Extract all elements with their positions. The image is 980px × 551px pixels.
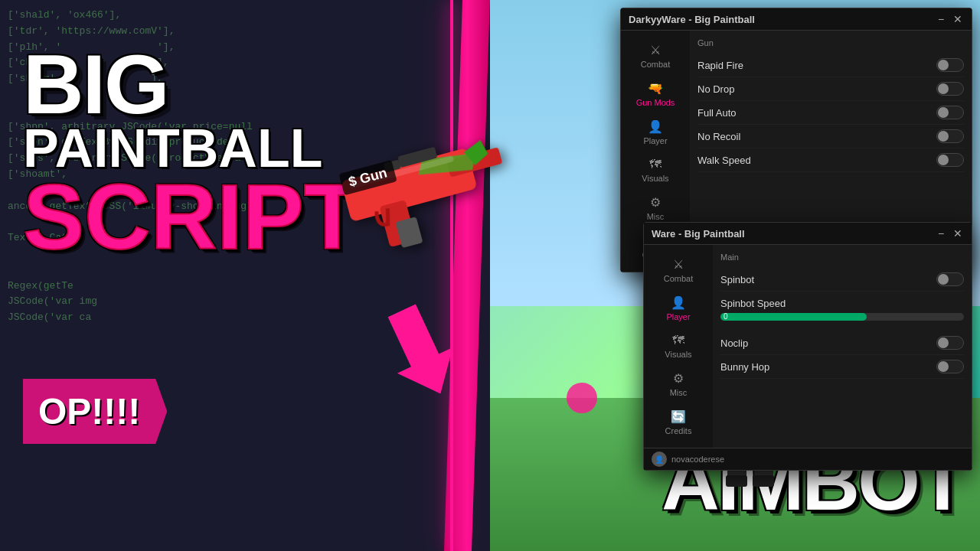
sidebar2-item-misc[interactable]: ⚙ Misc: [644, 365, 713, 403]
combat2-icon: ⚔: [673, 257, 684, 272]
window-1-title: DarkyyWare - Big Paintball: [629, 14, 755, 25]
title-big: BIG: [23, 46, 360, 122]
sidebar2-item-visuals[interactable]: 🗺 Visuals: [644, 328, 713, 365]
slider-value: 0: [724, 312, 728, 321]
walk-speed-label: Walk Speed: [697, 155, 751, 166]
divider-line: [450, 0, 453, 551]
spinbot-speed-slider[interactable]: 0: [720, 313, 964, 321]
toggle-rapid-fire: Rapid Fire: [697, 54, 964, 77]
window-2-sidebar: ⚔ Combat 👤 Player 🗺 Visuals ⚙ Misc 🔄 Cre…: [644, 245, 713, 448]
close-button[interactable]: ✕: [952, 13, 964, 25]
sidebar-combat-label: Combat: [641, 60, 671, 69]
combat-icon: ⚔: [650, 43, 661, 57]
bunny-hop-toggle[interactable]: [936, 360, 964, 373]
rapid-fire-toggle[interactable]: [936, 58, 964, 72]
no-recoil-toggle[interactable]: [936, 129, 964, 143]
op-badge-inner: OP!!!!: [23, 379, 167, 444]
sidebar-player-label: Player: [643, 136, 667, 145]
window-1-section: Gun: [697, 38, 964, 47]
gunmods-icon: 🔫: [648, 81, 663, 96]
minimize-button-2[interactable]: −: [935, 227, 947, 240]
toggle-full-auto: Full Auto: [697, 101, 964, 125]
spinbot-speed-label: Spinbot Speed: [720, 298, 786, 309]
window-1-controls[interactable]: − ✕: [935, 13, 964, 25]
window-1-titlebar: DarkyyWare - Big Paintball − ✕: [621, 8, 972, 31]
misc2-icon: ⚙: [673, 371, 684, 386]
sidebar-item-combat[interactable]: ⚔ Combat: [621, 37, 690, 75]
misc-icon: ⚙: [650, 195, 661, 210]
spinbot-toggle[interactable]: [936, 272, 964, 286]
no-recoil-label: No Recoil: [697, 131, 740, 142]
sidebar2-item-player[interactable]: 👤 Player: [644, 289, 713, 328]
main-title: BIG PAINTBALL SCRIPT: [23, 46, 360, 258]
toggle-bunny-hop: Bunny Hop: [720, 355, 964, 379]
player-icon: 👤: [648, 119, 663, 134]
sidebar-item-player[interactable]: 👤 Player: [621, 113, 690, 152]
sidebar2-item-credits[interactable]: 🔄 Credits: [644, 403, 713, 442]
window-2-section: Main: [720, 253, 964, 262]
visuals-icon: 🗺: [649, 158, 662, 171]
toggle-noclip: Noclip: [720, 331, 964, 355]
full-auto-label: Full Auto: [697, 107, 737, 119]
close-button-2[interactable]: ✕: [952, 227, 964, 240]
window-2-content: Main Spinbot Spinbot Speed 0 Noclip: [713, 245, 972, 448]
visuals2-icon: 🗺: [672, 334, 684, 347]
window-2-controls[interactable]: − ✕: [935, 227, 964, 240]
sidebar2-credits-label: Credits: [665, 426, 692, 435]
op-text: OP!!!!: [38, 391, 140, 432]
paint-splat: [567, 383, 597, 413]
status-username: novacoderese: [671, 455, 724, 464]
toggle-walk-speed: Walk Speed: [697, 148, 964, 172]
title-script: SCRIPT: [23, 175, 360, 258]
spinbot-label: Spinbot: [720, 274, 754, 285]
walk-speed-toggle[interactable]: [936, 153, 964, 167]
noclip-label: Noclip: [720, 337, 748, 349]
sidebar2-misc-label: Misc: [670, 388, 688, 397]
window-2-titlebar: Ware - Big Paintball − ✕: [644, 223, 972, 245]
window-2-title: Ware - Big Paintball: [652, 228, 745, 240]
window-player: Ware - Big Paintball − ✕ ⚔ Combat 👤 Play…: [643, 222, 972, 471]
sidebar2-visuals-label: Visuals: [665, 350, 691, 359]
svg-rect-21: [726, 475, 747, 487]
slider-fill: [720, 313, 867, 321]
bunny-hop-label: Bunny Hop: [720, 361, 769, 373]
noclip-toggle[interactable]: [936, 336, 964, 350]
sidebar-item-gunmods[interactable]: 🔫 Gun Mods: [621, 75, 690, 113]
svg-rect-22: [753, 475, 774, 487]
sidebar-item-visuals[interactable]: 🗺 Visuals: [621, 152, 690, 189]
user-avatar: 👤: [652, 452, 667, 467]
toggle-no-drop: No Drop: [697, 77, 964, 101]
sidebar-visuals-label: Visuals: [642, 174, 668, 183]
sidebar-gunmods-label: Gun Mods: [636, 98, 675, 107]
credits2-icon: 🔄: [671, 409, 686, 424]
status-bar: 👤 novacoderese: [644, 448, 972, 470]
sidebar-misc-label: Misc: [647, 212, 665, 221]
player2-icon: 👤: [671, 295, 686, 310]
no-drop-label: No Drop: [697, 83, 734, 95]
sidebar2-item-combat[interactable]: ⚔ Combat: [644, 251, 713, 289]
rapid-fire-label: Rapid Fire: [697, 60, 743, 71]
sidebar2-combat-label: Combat: [664, 274, 694, 283]
toggle-no-recoil: No Recoil: [697, 125, 964, 148]
window-2-body: ⚔ Combat 👤 Player 🗺 Visuals ⚙ Misc 🔄 Cre…: [644, 245, 972, 448]
minimize-button[interactable]: −: [935, 13, 947, 25]
sidebar2-player-label: Player: [666, 312, 690, 321]
full-auto-toggle[interactable]: [936, 106, 964, 119]
spinbot-speed-section: Spinbot Speed 0: [720, 292, 964, 331]
toggle-spinbot: Spinbot: [720, 268, 964, 292]
slider-track[interactable]: 0: [720, 313, 964, 321]
op-badge: OP!!!!: [23, 379, 167, 444]
no-drop-toggle[interactable]: [936, 82, 964, 96]
